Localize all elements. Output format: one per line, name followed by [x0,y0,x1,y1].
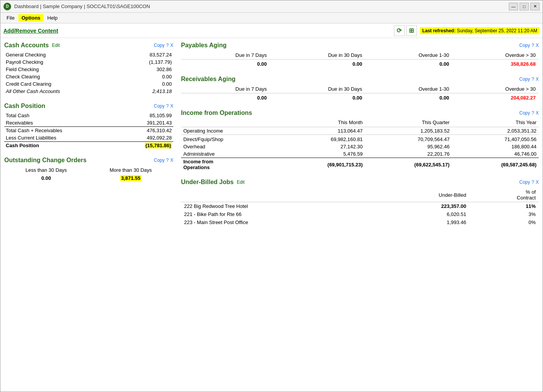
receivables-aging-title: Receivables Aging [181,76,236,83]
separator3b: ? [531,76,534,82]
separator2: ? [166,103,169,109]
aging-value: 0.00 [270,93,365,102]
change-orders-title: Outstanding Change Orders [4,157,86,164]
table-row: 0.00 3,871.55 [4,174,173,182]
col-header: Less than 30 Days [4,166,88,174]
col-header: This Year [452,119,539,127]
add-remove-content-button[interactable]: Add/Remove Content [3,28,58,34]
change-orders-close-link[interactable]: X [170,158,173,163]
underbilled-jobs-close-link[interactable]: X [536,179,539,185]
col-header: Due in 30 Days [270,51,365,60]
table-row: This Month This Quarter This Year [181,119,539,127]
table-row: Total Cash 85,105.99 [4,112,173,119]
toolbar-right: ⟳ ⊞ Last refreshed: Sunday, September 25… [394,25,540,36]
job-underbilled: 223,357.00 [376,202,469,211]
menu-file[interactable]: File [3,14,18,22]
col-header: This Quarter [365,119,452,127]
menu-help[interactable]: Help [44,14,61,22]
change-orders-copy-link[interactable]: Copy [154,158,164,163]
col-header: Overdue > 30 [452,85,539,93]
col-header: Overdue 1-30 [365,51,452,60]
cash-accounts-controls: Copy ? X [154,43,173,48]
separator4: ? [531,110,534,116]
underbilled-jobs-edit-link[interactable]: Edit [237,179,245,185]
title-bar-controls: — □ ✕ [509,3,540,10]
job-underbilled: 6,020.51 [376,210,469,218]
table-row: Payroll Checking (1,137.79) [4,58,173,66]
position-value: 391,201.43 [116,119,173,127]
col-header [181,188,376,202]
minimize-button[interactable]: — [509,3,518,10]
col-header: Under-Billed [376,188,469,202]
cash-accounts-edit-link[interactable]: Edit [52,43,60,48]
payables-aging-widget: Payables Aging Copy ? X Due in 7 Days Du… [181,42,539,68]
payables-aging-copy-link[interactable]: Copy [519,43,530,48]
cash-accounts-table: General Checking 83,527.24 Payroll Check… [4,51,173,95]
table-row: 223 - Main Street Post Office 1,993.46 0… [181,218,539,226]
income-value: 95,962.46 [365,143,452,150]
cash-accounts-copy-link[interactable]: Copy [154,43,164,48]
income-operations-close-link[interactable]: X [536,110,539,116]
table-row: Cash Position (15,781.86) [4,142,173,149]
position-label: Less Current Liabilities [4,134,116,142]
title-bar: D Dashboard | Sample Company | SOCCALT01… [0,0,543,13]
menu-options[interactable]: Options [18,14,43,22]
payables-aging-close-link[interactable]: X [536,43,539,48]
change-order-value: 3,871.55 [88,174,173,182]
col-header: Due in 30 Days [270,85,365,93]
account-name: General Checking [4,51,121,58]
separator1: ? [166,43,169,48]
position-label: Receivables [4,119,116,127]
position-value: (15,781.86) [116,142,173,149]
receivables-aging-close-link[interactable]: X [536,76,539,82]
close-button[interactable]: ✕ [530,3,540,10]
income-value: 27,142.30 [278,143,365,150]
table-row: Less Current Liabilities 492,092.28 [4,134,173,142]
account-value: 0.00 [121,80,173,88]
income-label: Direct/Fquip/Shop [181,135,278,143]
main-window: D Dashboard | Sample Company | SOCCALT01… [0,0,543,392]
separator6: ? [531,179,534,185]
income-value: 71,407,050.56 [452,135,539,143]
account-name: Field Checking [4,66,121,73]
position-label: Total Cash [4,112,116,119]
table-row: Administrative 5,476.59 22,201.76 46,746… [181,150,539,158]
refresh-button[interactable]: ⟳ [394,25,405,36]
receivables-aging-copy-link[interactable]: Copy [519,76,530,82]
table-row: Under-Billed % ofContract [181,188,539,202]
underbilled-jobs-title: Under-Billed Jobs [181,179,234,186]
payables-aging-controls: Copy ? X [519,43,539,48]
change-orders-controls: Copy ? X [154,158,173,163]
income-value: 2,053,351.32 [452,127,539,135]
account-name: Payroll Checking [4,58,121,66]
left-panel: Cash Accounts Edit Copy ? X General Chec… [4,42,173,388]
aging-value: 204,082.27 [452,93,539,102]
change-orders-header: Outstanding Change Orders Copy ? X [4,157,173,164]
change-order-value: 0.00 [4,174,88,182]
table-row: Due in 7 Days Due in 30 Days Overdue 1-3… [181,51,539,60]
cash-position-copy-link[interactable]: Copy [154,103,164,109]
cash-accounts-header: Cash Accounts Edit Copy ? X [4,42,173,49]
table-row: 0.00 0.00 0.00 358,826.68 [181,60,539,68]
account-value: 83,527.24 [121,51,173,58]
cash-accounts-close-link[interactable]: X [170,43,173,48]
income-label: Overhead [181,143,278,150]
cash-position-title: Cash Position [4,103,45,110]
receivables-aging-table: Due in 7 Days Due in 30 Days Overdue 1-3… [181,85,539,102]
underbilled-jobs-copy-link[interactable]: Copy [519,179,530,185]
underbilled-jobs-table: Under-Billed % ofContract 222 Big Redwoo… [181,188,539,226]
table-row: Overhead 27,142.30 95,962.46 186,800.44 [181,143,539,150]
job-pct: 0% [469,218,539,226]
income-operations-copy-link[interactable]: Copy [519,110,530,116]
position-value: 476,310.42 [116,127,173,135]
table-row: Operating Income 113,064.47 1,205,183.52… [181,127,539,135]
col-header: Due in 7 Days [181,85,270,93]
app-icon: D [3,3,11,10]
table-row: Total Cash + Receivables 476,310.42 [4,127,173,135]
refresh-alt-button[interactable]: ⊞ [406,25,417,36]
maximize-button[interactable]: □ [520,3,529,10]
cash-position-close-link[interactable]: X [170,103,173,109]
table-row: Field Checking 302.86 [4,66,173,73]
table-row: Credit Card Clearing 0.00 [4,80,173,88]
aging-value: 358,826.68 [452,60,539,68]
